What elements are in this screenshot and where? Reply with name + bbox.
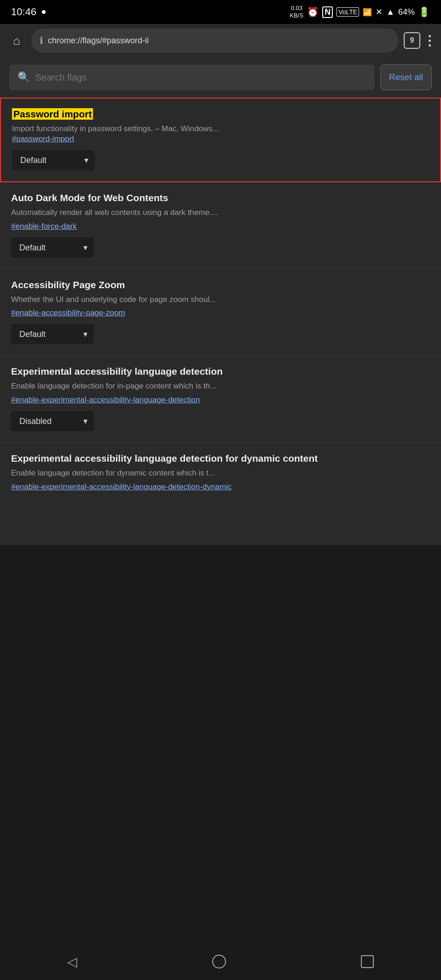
status-bar: 10:46 0.03KB/S ⏰ N VoLTE 📶 ✕ ▲ 64% 🔋 (0, 0, 441, 24)
flag-dropdown-auto-dark-mode[interactable]: Default Enabled Disabled (11, 238, 94, 258)
flag-dropdown-wrap-accessibility-page-zoom: Default Enabled Disabled (11, 324, 94, 344)
flag-item-experimental-lang-detection-dynamic: Experimental accessibility language dete… (0, 443, 441, 545)
menu-dot-2 (429, 40, 431, 42)
flag-dropdown-password-import[interactable]: Default Enabled Disabled (12, 150, 95, 170)
signal-bars: ▲ (386, 7, 395, 17)
menu-dot-3 (429, 44, 431, 46)
search-input-wrap: 🔍 (9, 64, 375, 90)
search-area: 🔍 Reset all (0, 57, 441, 98)
status-time: 10:46 (11, 6, 36, 18)
flag-title-experimental-lang-detection-dynamic: Experimental accessibility language dete… (11, 453, 430, 464)
flag-item-accessibility-page-zoom: Accessibility Page Zoom Whether the UI a… (0, 269, 441, 356)
n-icon: N (322, 6, 333, 18)
battery-text: 64% (398, 7, 415, 17)
flag-title-accessibility-page-zoom: Accessibility Page Zoom (11, 279, 430, 290)
flag-dropdown-accessibility-page-zoom[interactable]: Default Enabled Disabled (11, 324, 94, 344)
reset-all-button[interactable]: Reset all (380, 64, 432, 90)
flag-title-auto-dark-mode: Auto Dark Mode for Web Contents (11, 192, 430, 203)
menu-dot-1 (429, 35, 431, 37)
battery-icon: 🔋 (418, 6, 430, 17)
nav-square-icon (361, 955, 374, 968)
status-left: 10:46 (11, 6, 46, 18)
flag-title-experimental-lang-detection: Experimental accessibility language dete… (11, 366, 430, 377)
tab-count[interactable]: 9 (404, 32, 420, 49)
flag-dropdown-experimental-lang-detection[interactable]: Default Enabled Disabled (11, 411, 94, 431)
status-dot (42, 10, 46, 14)
flag-title-password-import: Password import (12, 109, 429, 120)
flag-link-password-import[interactable]: #password-import (12, 134, 429, 144)
info-icon: ℹ (40, 35, 43, 46)
wifi-icon: 📶 (363, 8, 372, 17)
status-right: 0.03KB/S ⏰ N VoLTE 📶 ✕ ▲ 64% 🔋 (290, 5, 430, 19)
flag-desc-experimental-lang-detection-dynamic: Enable language detection for dynamic co… (11, 468, 430, 479)
flags-content: Password import Import functionality in … (0, 98, 441, 545)
volte-icon: VoLTE (337, 7, 359, 17)
flag-desc-password-import: Import functionality in password setting… (12, 124, 219, 133)
browser-toolbar: ⌂ ℹ chrome://flags/#password-ii 9 (0, 24, 441, 57)
signal-icon: ✕ (376, 7, 383, 17)
flag-desc-experimental-lang-detection: Enable language detection for in-page co… (11, 381, 430, 392)
home-icon: ⌂ (13, 34, 20, 48)
data-speed: 0.03KB/S (290, 5, 304, 19)
menu-button[interactable] (426, 32, 434, 49)
alarm-icon: ⏰ (307, 6, 319, 17)
nav-recents-button[interactable] (361, 955, 374, 968)
flag-link-experimental-lang-detection-dynamic[interactable]: #enable-experimental-accessibility-langu… (11, 482, 430, 492)
nav-home-button[interactable] (212, 955, 226, 968)
nav-back-button[interactable]: ◁ (67, 954, 77, 969)
search-input[interactable] (35, 72, 366, 83)
flag-title-highlight: Password import (12, 108, 93, 120)
flag-item-password-import: Password import Import functionality in … (0, 98, 441, 182)
nav-back-icon: ◁ (67, 954, 77, 969)
flag-link-auto-dark-mode[interactable]: #enable-force-dark (11, 222, 430, 231)
flag-link-experimental-lang-detection[interactable]: #enable-experimental-accessibility-langu… (11, 395, 430, 405)
flag-item-experimental-lang-detection: Experimental accessibility language dete… (0, 356, 441, 443)
flag-dropdown-wrap-auto-dark-mode: Default Enabled Disabled (11, 238, 94, 258)
flag-item-auto-dark-mode: Auto Dark Mode for Web Contents Automati… (0, 182, 441, 269)
nav-home-circle-icon (212, 955, 226, 968)
flag-link-accessibility-page-zoom[interactable]: #enable-accessibility-page-zoom (11, 308, 430, 318)
flag-dropdown-wrap-experimental-lang-detection: Default Enabled Disabled (11, 411, 94, 431)
page-spacer (0, 545, 441, 581)
address-text: chrome://flags/#password-ii (48, 36, 390, 46)
address-bar[interactable]: ℹ chrome://flags/#password-ii (31, 29, 398, 52)
flag-desc-auto-dark-mode: Automatically render all web contents us… (11, 207, 430, 218)
home-button[interactable]: ⌂ (7, 31, 26, 50)
bottom-nav: ◁ (0, 943, 441, 980)
search-icon: 🔍 (17, 71, 30, 83)
flag-desc-accessibility-page-zoom: Whether the UI and underlying code for p… (11, 294, 430, 305)
flag-dropdown-wrap-password-import: Default Enabled Disabled (12, 150, 95, 170)
